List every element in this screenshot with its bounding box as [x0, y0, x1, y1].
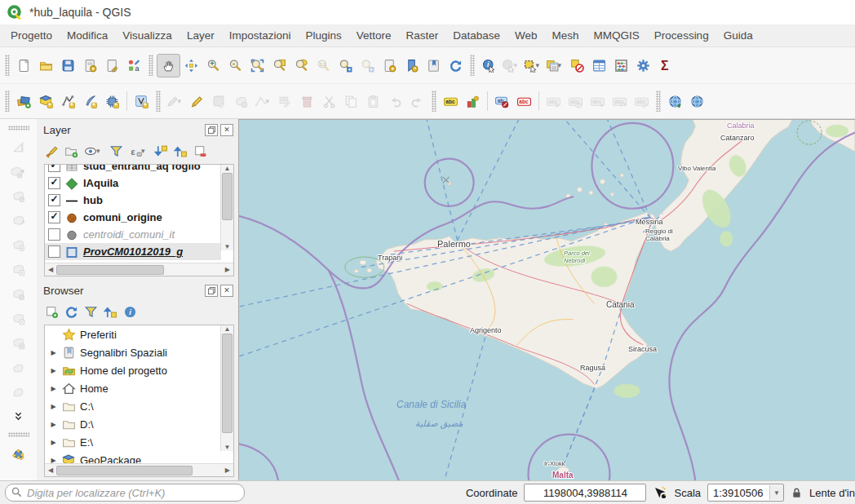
project-new-button[interactable] — [13, 55, 35, 77]
locator-search[interactable] — [5, 484, 245, 502]
zoom-full-button[interactable] — [246, 55, 268, 77]
scrollbar-thumb[interactable] — [56, 466, 193, 475]
layers-horizontal-scrollbar[interactable]: ◀ ▶ — [45, 263, 233, 276]
menu-impostazioni[interactable]: Impostazioni — [222, 26, 299, 45]
browser-collapse-button[interactable] — [104, 305, 117, 319]
toolbar-handle[interactable] — [8, 126, 29, 130]
browser-item-segnalibrispaziali[interactable]: ▶Segnalibri Spaziali — [45, 343, 221, 361]
zoom-last-button[interactable] — [334, 55, 357, 77]
more-chevron-button[interactable] — [7, 405, 30, 427]
layer-row-ProvCM01012019_g[interactable]: ProvCM01012019_g — [45, 243, 221, 260]
project-save-button[interactable] — [57, 55, 79, 77]
browser-item-home[interactable]: ▶Home — [45, 379, 221, 397]
refresh-button[interactable] — [445, 55, 467, 77]
zoom-to-selection-button[interactable] — [290, 55, 312, 77]
dropdown-arrow-icon[interactable]: ▾ — [178, 97, 185, 105]
layer-visibility-checkbox[interactable]: ✓ — [48, 194, 60, 206]
toolbar-handle[interactable] — [656, 91, 661, 112]
scroll-left-icon[interactable]: ◀ — [47, 466, 55, 474]
toolbar-handle[interactable] — [8, 432, 29, 437]
layer-row-lAquila[interactable]: ✓lAquila — [45, 175, 221, 192]
manage-themes-button[interactable]: ▾ — [84, 144, 104, 158]
pan-map-button[interactable] — [157, 54, 180, 77]
browser-item-geopackage[interactable]: ▶GeoPackage — [45, 451, 221, 463]
chevron-down-icon[interactable]: ▼ — [769, 485, 783, 500]
new-shapefile-layer-button[interactable]: * — [57, 91, 79, 113]
open-attribute-table-button[interactable] — [588, 55, 610, 77]
browser-info-button[interactable]: i — [123, 305, 137, 319]
layer-row-centroidi_comuni_it[interactable]: centroidi_comuni_it — [45, 226, 221, 243]
browser-filter-button[interactable] — [84, 305, 98, 319]
layer-labeling-button[interactable]: abc — [440, 91, 462, 113]
zoom-to-layer-button[interactable] — [268, 55, 290, 77]
menu-raster[interactable]: Raster — [399, 26, 446, 45]
project-open-button[interactable] — [35, 55, 57, 77]
toolbar-handle[interactable] — [432, 91, 436, 112]
map-canvas[interactable]: PalermoTrapaniMessinaReggio di CalabriaC… — [238, 119, 855, 480]
menu-mesh[interactable]: Mesh — [545, 26, 587, 45]
browser-panel-close-icon[interactable]: ✕ — [220, 285, 233, 297]
processing-toolbox-button[interactable] — [632, 55, 654, 77]
scrollbar-thumb[interactable] — [56, 265, 164, 275]
identify-features-button[interactable]: i — [478, 55, 500, 77]
scroll-right-icon[interactable]: ▶ — [224, 466, 232, 474]
expander-icon[interactable]: ▶ — [49, 367, 58, 374]
expander-icon[interactable]: ▶ — [49, 457, 58, 464]
zoom-out-button[interactable]: - — [224, 55, 246, 77]
dropdown-arrow-icon[interactable]: ▾ — [536, 61, 543, 69]
menu-processing[interactable]: Processing — [647, 26, 716, 45]
show-bookmarks-button[interactable] — [423, 55, 445, 77]
expander-icon[interactable]: ▶ — [49, 349, 58, 356]
mmqgis-globe-button[interactable] — [686, 91, 708, 113]
browser-item-preferiti[interactable]: Preferiti — [45, 325, 221, 343]
layer-row-stud_entranti_aq foglio[interactable]: ✓stud_entranti_aq foglio — [45, 165, 221, 175]
scroll-up-icon[interactable]: ▲ — [223, 325, 233, 333]
menu-vettore[interactable]: Vettore — [349, 26, 399, 45]
scroll-up-icon[interactable]: ▲ — [223, 165, 233, 172]
layer-visibility-checkbox[interactable]: ✓ — [48, 165, 60, 172]
menu-mmqgis[interactable]: MMQGIS — [587, 26, 647, 45]
browser-item-d[interactable]: ▶D:\ — [45, 415, 221, 433]
layer-visibility-checkbox[interactable]: ✓ — [48, 177, 60, 189]
lock-scale-icon[interactable] — [791, 487, 803, 499]
menu-layer[interactable]: Layer — [179, 26, 222, 45]
new-virtual-layer-button[interactable]: * — [131, 91, 153, 113]
new-geopackage-layer-button[interactable]: * — [35, 91, 57, 113]
toolbar-handle[interactable] — [5, 91, 10, 112]
vertex-tool-active-button[interactable] — [7, 442, 30, 465]
menu-guida[interactable]: Guida — [716, 26, 760, 45]
dropdown-arrow-icon[interactable]: ▾ — [266, 97, 273, 105]
select-features-button[interactable]: ▾ — [522, 55, 544, 77]
browser-add-layer-button[interactable] — [45, 305, 59, 319]
coordinate-value[interactable]: 1198004,3988114 — [543, 487, 627, 499]
menu-modifica[interactable]: Modifica — [60, 26, 115, 45]
menu-web[interactable]: Web — [507, 26, 545, 45]
layer-visibility-checkbox[interactable]: ✓ — [48, 211, 60, 223]
browser-horizontal-scrollbar[interactable]: ◀ ▶ — [45, 463, 233, 476]
layout-manager-button[interactable] — [101, 55, 123, 77]
zoom-in-button[interactable]: + — [202, 55, 224, 77]
layers-panel-close-icon[interactable]: ✕ — [220, 124, 233, 136]
menu-progetto[interactable]: Progetto — [3, 26, 60, 45]
browser-item-e[interactable]: ▶E:\ — [45, 433, 221, 451]
toolbar-handle[interactable] — [156, 91, 161, 112]
dropdown-arrow-icon[interactable]: ▾ — [21, 167, 29, 175]
toggle-editing-button[interactable] — [186, 91, 208, 113]
new-memory-layer-button[interactable]: * — [101, 91, 123, 113]
browser-item-homedelprogetto[interactable]: ▶Home del progetto — [45, 361, 221, 379]
expander-icon[interactable]: ▶ — [49, 385, 58, 392]
menu-database[interactable]: Database — [445, 26, 507, 45]
mmqgis-globe-import-button[interactable] — [664, 91, 686, 113]
new-map-view-button[interactable] — [379, 55, 401, 77]
expand-all-button[interactable] — [154, 144, 168, 158]
browser-refresh-button[interactable] — [64, 305, 78, 319]
toolbar-handle[interactable] — [5, 55, 10, 76]
label-toolbar-red-button[interactable]: abc — [513, 91, 535, 113]
style-manager-panel-button[interactable] — [45, 144, 59, 158]
scale-combobox[interactable]: 1:3910506 ▼ — [707, 484, 784, 502]
layer-row-comuni_origine[interactable]: ✓comuni_origine — [45, 209, 221, 226]
layer-visibility-checkbox[interactable] — [48, 228, 60, 241]
scroll-left-icon[interactable]: ◀ — [47, 266, 55, 273]
deselect-features-button[interactable] — [566, 55, 588, 77]
remove-layer-button[interactable] — [193, 144, 207, 158]
